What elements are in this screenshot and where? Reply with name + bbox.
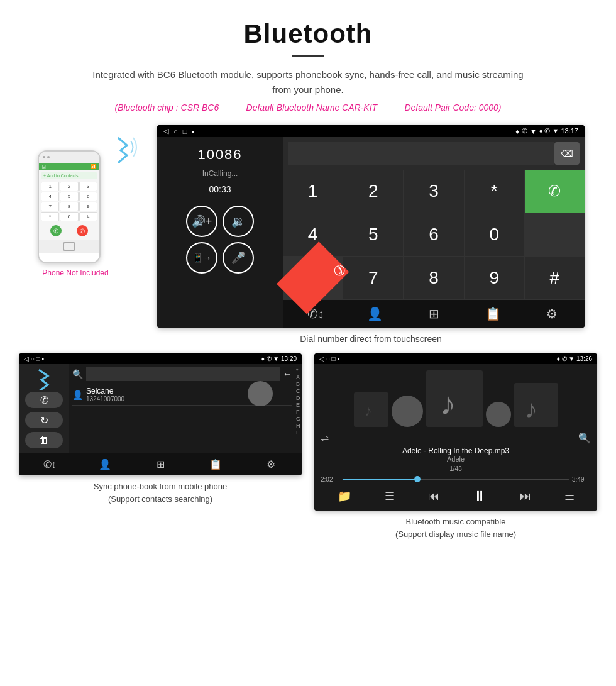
total-time: 3:49 (572, 476, 591, 483)
album-art-center: ♪ (426, 370, 483, 427)
contact-name: Seicane (86, 387, 124, 396)
nav-contacts-icon[interactable]: 👤 (345, 306, 404, 321)
key-1[interactable]: 1 (283, 170, 343, 213)
dial-number: 10086 (197, 147, 242, 163)
album-art-row: ♪ ♪ ♪ (354, 370, 558, 427)
prev-button[interactable]: ⏮ (428, 490, 439, 503)
dial-screen-content: 10086 InCalling... 00:33 🔊+ 🔉 📱→ 🎤 (157, 137, 585, 328)
nav-settings-icon[interactable]: ⚙ (522, 306, 581, 321)
phone-area: M 📶 + Add to Contacts 123 456 789 *0# ✆ (13, 125, 138, 277)
key-3[interactable]: 3 (404, 170, 463, 213)
svg-text:♪: ♪ (440, 386, 456, 418)
status-right: ♦ ✆ ▼ ♦ ✆ ▼ 13:17 (515, 127, 578, 135)
top-section: M 📶 + Add to Contacts 123 456 789 *0# ✆ (13, 125, 603, 344)
dial-info-panel: 10086 InCalling... 00:33 🔊+ 🔉 📱→ 🎤 (157, 137, 283, 328)
spec-name: Default Bluetooth Name CAR-KIT (246, 102, 378, 113)
key-star[interactable]: * (465, 170, 524, 213)
progress-dot (414, 476, 421, 482)
page-title: Bluetooth (13, 19, 603, 49)
key-2[interactable]: 2 (343, 170, 403, 213)
nav-transfer-icon[interactable]: 📋 (463, 306, 522, 321)
phonebook-right-panel: 🔍 ← 👤 Seicane (69, 364, 302, 453)
key-6[interactable]: 6 (404, 213, 463, 256)
header-description: Integrated with BC6 Bluetooth module, su… (88, 67, 528, 97)
phone-illustration: M 📶 + Add to Contacts 123 456 789 *0# ✆ (38, 144, 113, 263)
bt-sidebar-icon (31, 369, 57, 388)
volume-down-button[interactable]: 🔉 (223, 206, 254, 237)
svg-line-1 (118, 160, 121, 163)
music-status-right: ♦ ✆ ▼ 13:26 (557, 355, 592, 362)
pause-button[interactable]: ⏸ (473, 488, 487, 504)
disc-dot-left (392, 396, 423, 427)
music-caption: Bluetooth music compatible (Support disp… (395, 516, 516, 540)
pb-nav-transfer[interactable]: 📋 (188, 458, 243, 470)
svg-line-0 (118, 138, 121, 140)
equalizer-icon[interactable]: ⚌ (564, 489, 575, 503)
pb-delete-btn[interactable]: 🗑 (25, 432, 63, 448)
search-music-icon[interactable]: 🔍 (578, 432, 591, 444)
backspace-button[interactable]: ⌫ (554, 142, 580, 165)
current-time: 2:02 (321, 476, 339, 483)
pb-nav-dialpad[interactable]: ⊞ (133, 458, 188, 470)
dial-keypad-panel: ⌫ 1 2 3 * ✆ 4 5 6 0 ✆ (283, 137, 585, 328)
contact-avatar-icon: 👤 (72, 390, 83, 400)
header-specs: (Bluetooth chip : CSR BC6 Default Blueto… (13, 102, 603, 113)
home-icon: ○ (173, 128, 178, 135)
phonebook-sidebar: ✆ ↻ 🗑 (19, 364, 69, 453)
song-name: Adele - Rolling In the Deep.mp3 (402, 446, 509, 455)
phone-body: M 📶 + Add to Contacts 123 456 789 *0# ✆ (38, 150, 101, 263)
album-art-left: ♪ (354, 392, 388, 427)
pb-nav-contacts[interactable]: 👤 (77, 458, 133, 470)
pb-status-right: ♦ ✆ ▼ 13:20 (261, 355, 297, 362)
key-7[interactable]: 7 (343, 257, 403, 299)
wifi-icon: ▼ (530, 128, 537, 135)
pb-bottom-nav: ✆↕ 👤 ⊞ 📋 ⚙ (19, 453, 302, 475)
alphabet-sidebar: * A B C D E F G H I (295, 364, 302, 453)
music-caption-line2: (Support display music file name) (395, 529, 516, 539)
folder-icon[interactable]: 📁 (338, 489, 351, 503)
music-caption-line1: Bluetooth music compatible (406, 517, 506, 526)
volume-up-button[interactable]: 🔊+ (186, 206, 217, 237)
shuffle-icon[interactable]: ⇌ (321, 432, 329, 444)
key-5[interactable]: 5 (343, 213, 403, 256)
time-display: ♦ ✆ ▼ 13:17 (539, 127, 578, 135)
pb-nav-phone[interactable]: ✆↕ (22, 458, 77, 470)
pb-call-btn[interactable]: ✆ (25, 392, 63, 408)
track-count: 1/48 (449, 465, 461, 472)
pb-search-icon: 🔍 (72, 369, 83, 379)
music-item: ◁ ○ □ ▪ ♦ ✆ ▼ 13:26 ♪ ♪ (314, 353, 597, 540)
call-button[interactable]: ✆ (525, 170, 585, 213)
progress-fill (343, 479, 417, 480)
android-dial-screen: ◁ ○ □ ▪ ♦ ✆ ▼ ♦ ✆ ▼ 13:17 (157, 125, 585, 328)
pb-status-left: ◁ ○ □ ▪ (24, 355, 44, 362)
transfer-button[interactable]: 📱→ (186, 242, 217, 274)
pb-back-button[interactable]: ← (283, 369, 292, 379)
key-hash[interactable]: # (525, 257, 585, 299)
screenshot-icon: ▪ (192, 128, 194, 135)
svg-text:♪: ♪ (525, 395, 537, 420)
phonebook-status-bar: ◁ ○ □ ▪ ♦ ✆ ▼ 13:20 (19, 353, 302, 364)
music-progress-bar: 2:02 3:49 (321, 476, 591, 483)
playlist-icon[interactable]: ☰ (385, 489, 395, 503)
title-divider (292, 55, 324, 57)
key-0[interactable]: 0 (465, 213, 524, 256)
music-screen: ◁ ○ □ ▪ ♦ ✆ ▼ 13:26 ♪ ♪ (314, 353, 597, 511)
pb-nav-settings[interactable]: ⚙ (243, 458, 299, 470)
phonebook-body: ✆ ↻ 🗑 🔍 ← (19, 364, 302, 453)
phonebook-screen: ◁ ○ □ ▪ ♦ ✆ ▼ 13:20 ✆ ↻ 🗑 (19, 353, 302, 475)
contact-info: Seicane 13241007000 (86, 387, 124, 402)
key-8[interactable]: 8 (404, 257, 463, 299)
artist-name: Adele (402, 455, 509, 463)
nav-dialpad-icon[interactable]: ⊞ (404, 306, 463, 321)
pb-search-input[interactable] (86, 367, 280, 381)
nav-phone-icon[interactable]: ✆↕ (286, 306, 345, 321)
pb-refresh-btn[interactable]: ↻ (25, 412, 63, 428)
call-timer: 00:33 (209, 184, 231, 194)
progress-track[interactable] (343, 479, 569, 480)
key-9[interactable]: 9 (465, 257, 524, 299)
phonebook-caption-line1: Sync phone-book from mobile phone (94, 482, 227, 491)
microphone-button[interactable]: 🎤 (223, 242, 254, 274)
phonebook-caption: Sync phone-book from mobile phone (Suppo… (94, 480, 227, 505)
next-button[interactable]: ⏭ (520, 490, 531, 503)
dial-input-field[interactable] (288, 142, 554, 165)
